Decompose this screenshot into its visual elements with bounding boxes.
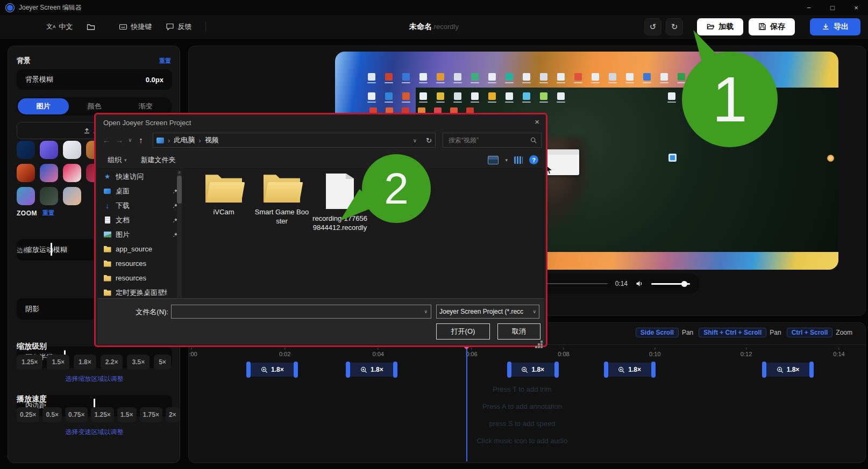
- clip-left-handle[interactable]: [604, 362, 608, 378]
- clip-right-handle[interactable]: [554, 362, 559, 378]
- back-button[interactable]: ←: [100, 133, 113, 146]
- clip-left-handle[interactable]: [507, 362, 511, 378]
- wallpaper-thumbnail[interactable]: [17, 164, 35, 182]
- motion-blur-handle[interactable]: [51, 243, 52, 256]
- playback-speed-button[interactable]: 0.25×: [17, 407, 39, 422]
- address-dropdown[interactable]: ∨: [413, 138, 417, 143]
- maximize-button[interactable]: □: [821, 0, 844, 15]
- search-input[interactable]: [447, 136, 530, 145]
- clip-right-handle[interactable]: [393, 362, 397, 378]
- shortcuts-button[interactable]: 快捷键: [119, 22, 152, 32]
- background-blur-slider[interactable]: 背景模糊 0.0px: [17, 69, 172, 90]
- open-button[interactable]: 打开(O): [436, 323, 490, 340]
- zoom-level-button[interactable]: 3.5×: [127, 355, 150, 370]
- zoom-reset-link[interactable]: 重置: [42, 209, 54, 217]
- help-icon[interactable]: ?: [529, 155, 538, 164]
- zoom-clip[interactable]: 1.8×: [247, 363, 297, 377]
- filename-combobox[interactable]: ∨: [171, 305, 431, 319]
- background-reset-link[interactable]: 重置: [159, 57, 171, 65]
- zoom-level-button[interactable]: 5×: [154, 355, 171, 370]
- tree-item[interactable]: resources: [101, 256, 182, 271]
- tree-item-label: 下载: [116, 201, 130, 211]
- breadcrumb-root[interactable]: 此电脑: [174, 135, 195, 145]
- tree-item[interactable]: resources: [101, 271, 182, 285]
- tree-item[interactable]: 文档: [101, 213, 182, 227]
- up-button[interactable]: ↑: [134, 133, 147, 146]
- file-item[interactable]: iVCam: [194, 174, 253, 217]
- refresh-button[interactable]: ↻: [426, 136, 432, 145]
- tree-item[interactable]: 图片: [101, 227, 182, 242]
- load-button[interactable]: 加载: [697, 18, 743, 35]
- volume-knob[interactable]: [681, 281, 687, 287]
- playback-speed-button[interactable]: 0.75×: [65, 407, 88, 422]
- recent-locations-dropdown[interactable]: ∨: [126, 133, 134, 146]
- clip-right-handle[interactable]: [294, 362, 298, 378]
- new-folder-button[interactable]: 新建文件夹: [141, 155, 176, 165]
- wallpaper-thumbnail[interactable]: [63, 141, 81, 159]
- wallpaper-thumbnail[interactable]: [17, 187, 35, 205]
- tree-item[interactable]: 桌面: [101, 184, 182, 198]
- playback-speed-button[interactable]: 1.75×: [140, 407, 162, 422]
- zoom-level-button[interactable]: 1.8×: [74, 355, 96, 370]
- speaker-icon[interactable]: [635, 280, 644, 287]
- clip-left-handle[interactable]: [762, 362, 766, 378]
- playback-speed-button[interactable]: 2×: [166, 407, 180, 422]
- file-item[interactable]: Smart Game Booster: [252, 174, 311, 226]
- tree-item[interactable]: 快速访问: [101, 169, 182, 184]
- tree-scrollbar-thumb[interactable]: [177, 176, 182, 204]
- search-box[interactable]: [443, 133, 542, 148]
- address-bar[interactable]: › 此电脑 › 视频 ∨ ↻: [153, 133, 436, 148]
- zoom-clip[interactable]: 1.8×: [347, 363, 396, 377]
- playhead[interactable]: [466, 347, 467, 461]
- zoom-clip[interactable]: 1.8×: [763, 363, 813, 377]
- tab-gradient[interactable]: 渐变: [120, 98, 171, 114]
- redo-button[interactable]: ↻: [666, 18, 683, 35]
- tree-item[interactable]: app_source: [101, 242, 182, 256]
- zoom-level-button[interactable]: 2.2×: [101, 355, 123, 370]
- view-mode-icon[interactable]: [488, 156, 499, 164]
- tree-scrollbar[interactable]: ∧: [177, 170, 182, 302]
- zoom-clip[interactable]: 1.8×: [508, 363, 558, 377]
- tree-item[interactable]: 定时更换桌面壁纸: [101, 285, 182, 300]
- wallpaper-thumbnail[interactable]: [17, 141, 35, 159]
- filename-input[interactable]: [172, 307, 421, 316]
- resize-grip[interactable]: [540, 341, 543, 343]
- tree-item[interactable]: 下载: [101, 198, 182, 213]
- dialog-close-button[interactable]: ×: [535, 117, 539, 126]
- save-button[interactable]: 保存: [749, 18, 795, 35]
- forward-button[interactable]: →: [113, 133, 126, 146]
- export-button[interactable]: 导出: [810, 18, 860, 35]
- wallpaper-thumbnail[interactable]: [63, 164, 81, 182]
- tab-image[interactable]: 图片: [18, 98, 69, 114]
- zoom-clip[interactable]: 1.8×: [605, 363, 654, 377]
- clip-right-handle[interactable]: [651, 362, 656, 378]
- wallpaper-thumbnail[interactable]: [63, 187, 81, 205]
- open-folder-button[interactable]: [87, 23, 95, 31]
- breadcrumb-current[interactable]: 视频: [205, 135, 219, 145]
- wallpaper-thumbnail[interactable]: [40, 164, 58, 182]
- undo-button[interactable]: ↺: [644, 18, 661, 35]
- wallpaper-thumbnail[interactable]: [40, 187, 58, 205]
- view-mode-dropdown[interactable]: ▾: [505, 157, 508, 163]
- minimize-button[interactable]: −: [797, 0, 821, 15]
- volume-slider[interactable]: [651, 283, 690, 285]
- clip-left-handle[interactable]: [246, 362, 251, 378]
- file-type-combobox[interactable]: Joeyer Screen Project (*.recc ∨: [436, 305, 539, 319]
- clip-left-handle[interactable]: [346, 362, 350, 378]
- wallpaper-thumbnail[interactable]: [40, 141, 58, 159]
- details-pane-icon[interactable]: [514, 156, 523, 164]
- playback-speed-button[interactable]: 1.25×: [91, 407, 113, 422]
- organize-menu[interactable]: 组织 ▾: [108, 155, 127, 165]
- filename-dropdown-icon[interactable]: ∨: [421, 309, 431, 314]
- playback-speed-button[interactable]: 1.5×: [117, 407, 137, 422]
- language-button[interactable]: 文A 中文: [46, 22, 73, 32]
- tab-color[interactable]: 颜色: [69, 98, 120, 114]
- clip-right-handle[interactable]: [809, 362, 814, 378]
- zoom-level-button[interactable]: 1.5×: [47, 355, 69, 370]
- zoom-level-button[interactable]: 1.25×: [17, 355, 42, 370]
- playback-speed-button[interactable]: 0.5×: [42, 407, 62, 422]
- feedback-button[interactable]: 反馈: [166, 22, 191, 32]
- clip-zoom-label: 1.8×: [787, 366, 800, 373]
- close-button[interactable]: ×: [844, 0, 868, 15]
- cancel-button[interactable]: 取消: [497, 323, 540, 340]
